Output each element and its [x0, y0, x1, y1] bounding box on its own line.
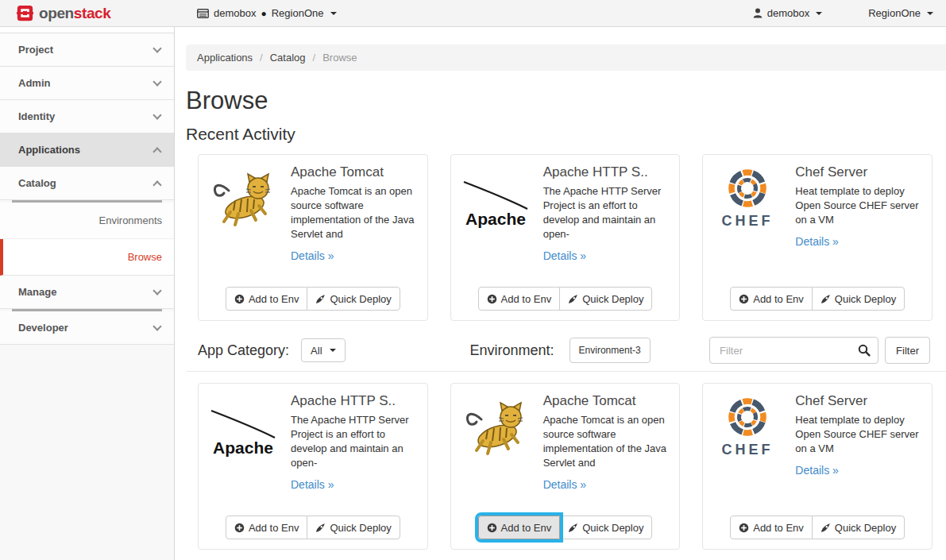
user-name-label: demobox	[767, 7, 809, 19]
rocket-icon	[568, 523, 578, 533]
add-to-env-button[interactable]: Add to Env	[730, 516, 813, 539]
chevron-down-icon	[153, 110, 161, 119]
details-link[interactable]: Details »	[291, 478, 334, 491]
quick-deploy-button[interactable]: Quick Deploy	[307, 516, 400, 539]
breadcrumb-separator: /	[260, 52, 263, 64]
caret-down-icon	[816, 12, 822, 15]
app-description: The Apache HTTP Server Project is an eff…	[543, 184, 670, 241]
filter-button[interactable]: Filter	[885, 337, 930, 364]
app-description: Apache Tomcat is an open source software…	[543, 413, 670, 470]
plus-circle-icon	[739, 523, 749, 533]
sidebar-item-applications[interactable]: Applications	[0, 133, 174, 167]
recent-activity-cards-row: Apache Tomcat Apache Tomcat is an open s…	[186, 154, 932, 321]
main-content: Applications / Catalog / Browse Browse R…	[175, 27, 946, 560]
sidebar-item-developer[interactable]: Developer	[0, 311, 174, 345]
chevron-up-icon	[153, 180, 161, 189]
app-description: The Apache HTTP Server Project is an eff…	[291, 413, 418, 470]
add-to-env-button[interactable]: Add to Env	[226, 287, 308, 311]
add-to-env-button[interactable]: Add to Env	[730, 287, 813, 311]
app-title: Chef Server	[795, 164, 922, 180]
details-link[interactable]: Details »	[795, 235, 838, 248]
top-header: openstack demobox ● RegionOne demobox Re…	[0, 0, 946, 27]
plus-circle-icon	[234, 523, 245, 533]
breadcrumb-browse-current: Browse	[322, 52, 357, 64]
sidebar-filler	[0, 345, 174, 560]
plus-circle-icon	[234, 294, 245, 304]
app-title: Apache HTTP S..	[543, 164, 670, 180]
quick-deploy-button[interactable]: Quick Deploy	[812, 516, 905, 539]
openstack-logo[interactable]: openstack	[0, 5, 175, 22]
app-description: Heat template to deploy Open Source CHEF…	[795, 184, 922, 227]
project-region-switcher[interactable]: demobox ● RegionOne	[197, 7, 337, 19]
search-icon[interactable]	[858, 344, 871, 357]
details-link[interactable]: Details »	[291, 249, 334, 262]
breadcrumb-applications[interactable]: Applications	[197, 52, 253, 64]
app-title: Apache Tomcat	[543, 393, 670, 409]
app-card-apache-tomcat: Apache Tomcat Apache Tomcat is an open s…	[450, 383, 681, 550]
add-to-env-button-highlighted[interactable]: Add to Env	[478, 516, 561, 539]
quick-deploy-button[interactable]: Quick Deploy	[559, 516, 652, 539]
sidebar-item-catalog[interactable]: Catalog	[0, 167, 174, 200]
app-title: Chef Server	[795, 393, 922, 409]
app-card-chef-server: Chef Server Heat template to deploy Open…	[702, 154, 932, 321]
sidebar-item-project[interactable]: Project	[0, 33, 174, 67]
sidebar-top-strip	[0, 27, 174, 33]
context-region-label: RegionOne	[272, 7, 324, 19]
project-panel-icon	[197, 9, 209, 18]
chevron-down-icon	[153, 77, 161, 86]
rocket-icon	[315, 294, 326, 304]
breadcrumb: Applications / Catalog / Browse	[186, 44, 946, 71]
context-project-label: demobox	[214, 7, 256, 19]
header-right-menus: demobox RegionOne	[753, 7, 946, 19]
chevron-down-icon	[153, 286, 161, 295]
app-card-apache-tomcat: Apache Tomcat Apache Tomcat is an open s…	[198, 154, 428, 321]
plus-circle-icon	[739, 294, 749, 304]
caret-down-icon	[330, 349, 336, 352]
context-separator-dot: ●	[261, 8, 266, 19]
chevron-down-icon	[153, 322, 161, 330]
region-name-label: RegionOne	[868, 7, 921, 19]
quick-deploy-button[interactable]: Quick Deploy	[812, 287, 905, 311]
quick-deploy-button[interactable]: Quick Deploy	[307, 287, 400, 311]
filter-input[interactable]	[709, 337, 878, 364]
page-title: Browse	[186, 87, 932, 115]
user-menu[interactable]: demobox	[753, 7, 822, 19]
breadcrumb-separator: /	[313, 52, 316, 64]
region-menu[interactable]: RegionOne	[868, 7, 933, 19]
caret-down-icon	[927, 12, 933, 15]
quick-deploy-button[interactable]: Quick Deploy	[559, 287, 652, 311]
environment-label: Environment:	[470, 342, 554, 359]
caret-down-icon	[330, 12, 337, 15]
tomcat-logo-icon	[208, 164, 278, 234]
details-link[interactable]: Details »	[543, 478, 586, 491]
app-description: Apache Tomcat is an open source software…	[291, 184, 418, 241]
app-category-dropdown[interactable]: All	[301, 338, 345, 362]
section-divider	[186, 371, 946, 372]
sidebar-item-browse[interactable]: Browse	[0, 239, 174, 276]
breadcrumb-catalog[interactable]: Catalog	[270, 52, 306, 64]
app-card-apache-http: Apache HTTP S.. The Apache HTTP Server P…	[198, 383, 428, 550]
sidebar-item-admin[interactable]: Admin	[0, 67, 174, 100]
chevron-down-icon	[153, 44, 161, 52]
app-card-chef-server: Chef Server Heat template to deploy Open…	[702, 383, 932, 550]
app-description: Heat template to deploy Open Source CHEF…	[795, 413, 922, 456]
details-link[interactable]: Details »	[543, 249, 586, 262]
rocket-icon	[821, 294, 831, 304]
details-link[interactable]: Details »	[795, 464, 838, 477]
app-category-label: App Category:	[198, 342, 289, 359]
sidebar-nav: Project Admin Identity Applications Cata…	[0, 27, 175, 560]
catalog-filter-bar: App Category: All Environment: Environme…	[186, 337, 932, 364]
app-card-apache-http: Apache HTTP S.. The Apache HTTP Server P…	[450, 154, 681, 321]
add-to-env-button[interactable]: Add to Env	[226, 516, 308, 539]
sidebar-item-manage[interactable]: Manage	[0, 276, 174, 309]
environment-selector-button[interactable]: Environment-3	[570, 338, 651, 363]
sidebar-item-identity[interactable]: Identity	[0, 100, 174, 133]
rocket-icon	[821, 523, 831, 533]
user-icon	[753, 8, 763, 18]
sidebar-item-environments[interactable]: Environments	[0, 203, 174, 239]
apache-logo-icon	[208, 393, 278, 463]
add-to-env-button[interactable]: Add to Env	[478, 287, 561, 311]
plus-circle-icon	[487, 294, 497, 304]
apache-logo-icon	[461, 164, 531, 234]
app-title: Apache Tomcat	[291, 164, 418, 180]
